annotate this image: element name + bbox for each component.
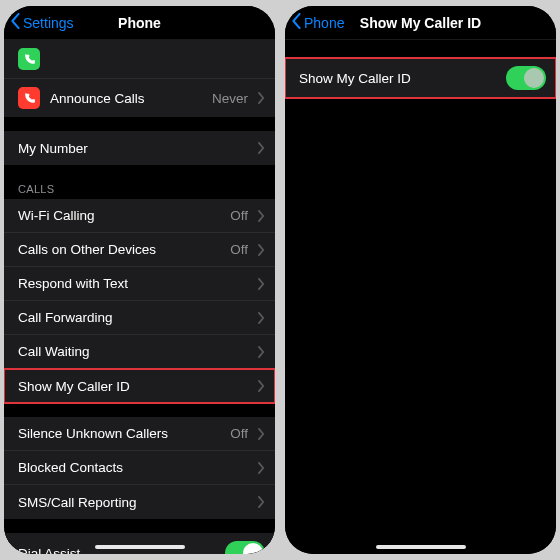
home-indicator[interactable] [95, 545, 185, 549]
row-label: Call Forwarding [18, 310, 248, 325]
row-label: My Number [18, 141, 248, 156]
row-respond-text[interactable]: Respond with Text [4, 267, 275, 301]
row-show-caller-id[interactable]: Show My Caller ID [4, 369, 275, 403]
chevron-right-icon [258, 428, 265, 440]
row-label: Announce Calls [50, 91, 202, 106]
row-silence-unknown[interactable]: Silence Unknown Callers Off [4, 417, 275, 451]
row-dial-assist[interactable]: Dial Assist [4, 533, 275, 554]
phone-settings-panel: Settings Phone x Announce Calls Never [4, 6, 275, 554]
row-sms-call-reporting[interactable]: SMS/Call Reporting [4, 485, 275, 519]
group-header-calls: Calls [4, 179, 275, 199]
chevron-right-icon [258, 380, 265, 392]
home-indicator[interactable] [376, 545, 466, 549]
chevron-right-icon [258, 244, 265, 256]
back-label: Settings [23, 15, 74, 31]
chevron-right-icon [258, 278, 265, 290]
row-wifi-calling[interactable]: Wi-Fi Calling Off [4, 199, 275, 233]
row-label: Wi-Fi Calling [18, 208, 220, 223]
row-value: Off [230, 426, 248, 441]
dial-assist-toggle[interactable] [225, 541, 265, 554]
chevron-right-icon [258, 346, 265, 358]
row-announce-calls[interactable]: Announce Calls Never [4, 79, 275, 117]
navbar: Settings Phone [4, 6, 275, 40]
row-my-number[interactable]: My Number [4, 131, 275, 165]
row-label: Respond with Text [18, 276, 248, 291]
row-label: Silence Unknown Callers [18, 426, 220, 441]
chevron-right-icon [258, 210, 265, 222]
row-label: Show My Caller ID [18, 379, 248, 394]
row-value: Off [230, 242, 248, 257]
chevron-right-icon [258, 142, 265, 154]
phone-icon [18, 48, 40, 70]
page-title: Show My Caller ID [360, 15, 481, 31]
row-cut[interactable]: x [4, 40, 275, 79]
row-label: Blocked Contacts [18, 460, 248, 475]
row-calls-other-devices[interactable]: Calls on Other Devices Off [4, 233, 275, 267]
chevron-right-icon [258, 312, 265, 324]
row-label: Show My Caller ID [299, 71, 496, 86]
page-title: Phone [118, 15, 161, 31]
row-value: Off [230, 208, 248, 223]
caller-id-toggle[interactable] [506, 66, 546, 90]
row-label: Call Waiting [18, 344, 248, 359]
back-button[interactable]: Phone [291, 6, 344, 39]
row-value: Never [212, 91, 248, 106]
back-button[interactable]: Settings [10, 6, 74, 39]
back-label: Phone [304, 15, 344, 31]
row-call-waiting[interactable]: Call Waiting [4, 335, 275, 369]
caller-id-panel: Phone Show My Caller ID Show My Caller I… [285, 6, 556, 554]
chevron-right-icon [258, 92, 265, 104]
chevron-right-icon [258, 462, 265, 474]
chevron-left-icon [291, 13, 302, 32]
row-call-forwarding[interactable]: Call Forwarding [4, 301, 275, 335]
row-label: Calls on Other Devices [18, 242, 220, 257]
row-label: SMS/Call Reporting [18, 495, 248, 510]
content-scroll[interactable]: Show My Caller ID [285, 40, 556, 554]
chevron-right-icon [258, 496, 265, 508]
row-blocked-contacts[interactable]: Blocked Contacts [4, 451, 275, 485]
navbar: Phone Show My Caller ID [285, 6, 556, 40]
content-scroll[interactable]: x Announce Calls Never My Number Calls W… [4, 40, 275, 554]
announce-icon [18, 87, 40, 109]
chevron-left-icon [10, 13, 21, 32]
row-show-caller-id-toggle[interactable]: Show My Caller ID [285, 58, 556, 98]
